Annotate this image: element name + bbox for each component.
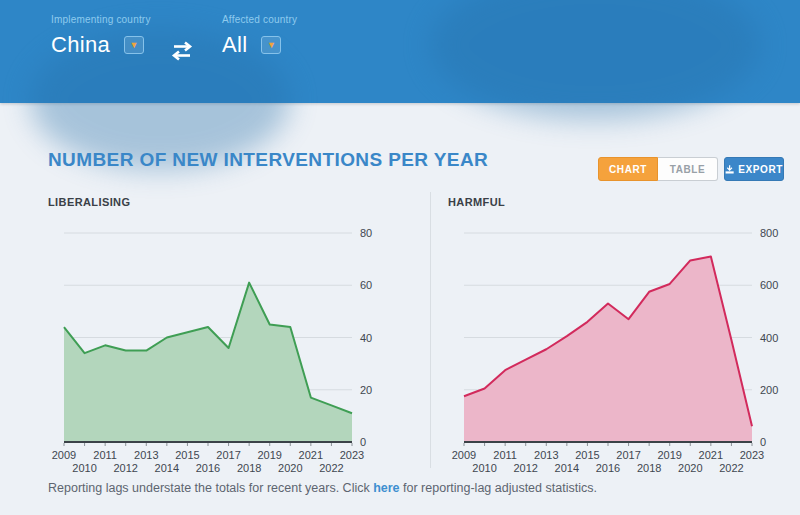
- svg-text:2017: 2017: [616, 449, 640, 461]
- svg-text:2020: 2020: [278, 462, 302, 474]
- svg-text:2023: 2023: [740, 449, 764, 461]
- svg-text:80: 80: [360, 227, 372, 239]
- svg-text:2019: 2019: [657, 449, 681, 461]
- implementing-country-label: Implementing country: [51, 14, 151, 25]
- svg-text:2010: 2010: [72, 462, 96, 474]
- note-text: for reporting-lag adjusted statistics.: [400, 481, 597, 495]
- export-button[interactable]: EXPORT: [724, 157, 784, 181]
- affected-country-group: Affected country All ▼: [222, 14, 297, 58]
- table-view-button[interactable]: TABLE: [658, 157, 718, 181]
- svg-text:2023: 2023: [340, 449, 364, 461]
- svg-text:2022: 2022: [319, 462, 343, 474]
- svg-text:2009: 2009: [52, 449, 76, 461]
- affected-country-label: Affected country: [222, 14, 297, 25]
- svg-text:600: 600: [760, 279, 778, 291]
- harmful-area-chart: 0200400600800200920102011201220132014201…: [448, 212, 788, 474]
- page-title: NUMBER OF NEW INTERVENTIONS PER YEAR: [48, 149, 488, 171]
- note-text: Reporting lags understate the totals for…: [48, 481, 373, 495]
- svg-text:800: 800: [760, 227, 778, 239]
- svg-text:2015: 2015: [175, 449, 199, 461]
- svg-text:2018: 2018: [637, 462, 661, 474]
- svg-text:2013: 2013: [534, 449, 558, 461]
- svg-text:2014: 2014: [555, 462, 579, 474]
- svg-text:400: 400: [760, 332, 778, 344]
- svg-text:2021: 2021: [699, 449, 723, 461]
- svg-text:2010: 2010: [472, 462, 496, 474]
- svg-text:200: 200: [760, 384, 778, 396]
- export-button-label: EXPORT: [738, 164, 783, 175]
- implementing-country-group: Implementing country China ▼: [51, 14, 151, 58]
- liberalising-area-chart: 0204060802009201020112012201320142015201…: [48, 212, 388, 474]
- chart-view-button[interactable]: CHART: [598, 157, 658, 181]
- svg-text:2018: 2018: [237, 462, 261, 474]
- svg-text:2009: 2009: [452, 449, 476, 461]
- charts-divider: [430, 192, 431, 468]
- affected-country-value[interactable]: All: [222, 32, 247, 58]
- harmful-chart-title: HARMFUL: [448, 196, 505, 208]
- svg-text:0: 0: [360, 436, 366, 448]
- implementing-country-dropdown-button[interactable]: ▼: [124, 36, 144, 54]
- app-root: Implementing country China ▼ Affected co…: [0, 0, 800, 515]
- svg-text:2016: 2016: [596, 462, 620, 474]
- svg-text:2011: 2011: [493, 449, 517, 461]
- svg-text:2012: 2012: [513, 462, 537, 474]
- svg-text:2019: 2019: [257, 449, 281, 461]
- view-toggle-toolbar: CHART TABLE EXPORT: [598, 157, 784, 181]
- chevron-down-icon: ▼: [130, 41, 139, 50]
- svg-text:2017: 2017: [216, 449, 240, 461]
- svg-text:60: 60: [360, 279, 372, 291]
- svg-text:20: 20: [360, 384, 372, 396]
- svg-text:2014: 2014: [155, 462, 179, 474]
- svg-text:2013: 2013: [134, 449, 158, 461]
- affected-country-dropdown-button[interactable]: ▼: [261, 36, 281, 54]
- swap-countries-icon[interactable]: [170, 40, 194, 62]
- svg-text:2022: 2022: [719, 462, 743, 474]
- country-selector-header: Implementing country China ▼ Affected co…: [0, 0, 800, 103]
- svg-text:2015: 2015: [575, 449, 599, 461]
- svg-text:2012: 2012: [113, 462, 137, 474]
- export-download-icon: [725, 164, 734, 175]
- svg-text:0: 0: [760, 436, 766, 448]
- reporting-lag-note: Reporting lags understate the totals for…: [48, 481, 597, 495]
- svg-text:2016: 2016: [196, 462, 220, 474]
- implementing-country-value[interactable]: China: [51, 32, 110, 58]
- svg-text:2020: 2020: [678, 462, 702, 474]
- svg-text:2011: 2011: [93, 449, 117, 461]
- world-map-decoration: [430, 0, 760, 120]
- reporting-lag-link[interactable]: here: [373, 481, 399, 495]
- chevron-down-icon: ▼: [267, 41, 276, 50]
- svg-text:2021: 2021: [299, 449, 323, 461]
- liberalising-chart-title: LIBERALISING: [48, 196, 130, 208]
- svg-text:40: 40: [360, 332, 372, 344]
